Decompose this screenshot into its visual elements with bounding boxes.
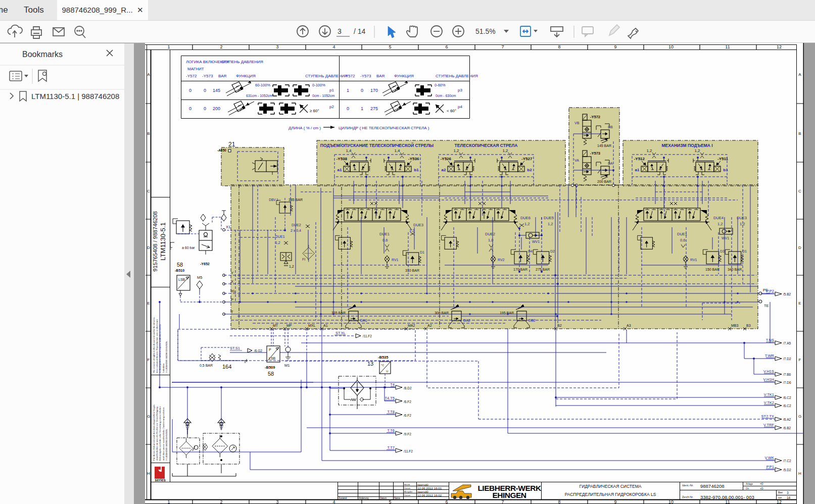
svg-text:5: 5	[389, 499, 391, 504]
svg-text:T.T7: T.T7	[387, 445, 395, 450]
svg-text:V.TK1: V.TK1	[764, 392, 774, 397]
svg-text:1,2: 1,2	[453, 148, 459, 153]
svg-text:ST.XL: ST.XL	[335, 331, 346, 335]
svg-text:-Y573: -Y573	[202, 74, 213, 78]
svg-text:4: 4	[332, 44, 335, 49]
svg-text:V.TRF: V.TRF	[763, 423, 774, 427]
svg-text:VB: VB	[574, 121, 580, 125]
svg-text:Ort: Ort	[746, 487, 749, 490]
svg-text:7: 7	[501, 44, 504, 49]
svg-text:DB: DB	[608, 125, 613, 129]
svg-text:0: 0	[204, 106, 206, 111]
svg-text:170 BAR: 170 BAR	[513, 268, 528, 271]
svg-text:Iweryd0: Iweryd0	[417, 483, 428, 486]
svg-text:3: 3	[338, 27, 342, 35]
svg-text:BAR: BAR	[376, 74, 385, 78]
svg-text:8: 8	[558, 499, 560, 504]
svg-text:1,2: 1,2	[524, 222, 530, 226]
svg-text:1,2: 1,2	[275, 241, 280, 244]
svg-text:Bookmarks: Bookmarks	[22, 50, 63, 59]
svg-text:/7.A5: /7.A5	[783, 341, 791, 345]
svg-text:DUE5: DUE5	[544, 216, 554, 220]
svg-text:b1: b1	[723, 168, 728, 172]
svg-text:Y: Y	[231, 271, 233, 275]
svg-text:© LIEBHERR-WERK EHINGEN: © LIEBHERR-WERK EHINGEN	[165, 341, 168, 373]
svg-text:/6.G2: /6.G2	[254, 349, 262, 352]
svg-text:ФУНКЦИЯ: ФУНКЦИЯ	[236, 74, 256, 78]
svg-text:0,6: 0,6	[680, 238, 685, 242]
svg-text:E: E	[798, 301, 801, 306]
svg-text:12: 12	[777, 499, 782, 504]
svg-text:-Y511: -Y511	[717, 157, 728, 161]
svg-text:14: 14	[787, 496, 791, 499]
svg-text:T.NS: T.NS	[766, 338, 774, 342]
svg-text:Datum: Datum	[380, 497, 387, 499]
svg-text:a 60 bar: a 60 bar	[182, 246, 195, 249]
svg-text:СТУПЕНЬ ДАВЛЕНИЯ: СТУПЕНЬ ДАВЛЕНИЯ	[221, 60, 263, 64]
svg-text:58: 58	[177, 262, 183, 268]
svg-text:Änderung: Änderung	[359, 496, 369, 499]
svg-text:0: 0	[347, 106, 349, 111]
svg-text:b1: b1	[414, 168, 419, 172]
svg-text:G: G	[798, 414, 801, 419]
svg-text:-Y572: -Y572	[186, 74, 197, 78]
svg-text:13: 13	[367, 361, 373, 367]
svg-text:/7.B6: /7.B6	[783, 373, 791, 376]
svg-text:C: C	[798, 189, 801, 193]
svg-text:11: 11	[725, 44, 730, 49]
svg-text:12.06.2012 16:02: 12.06.2012 16:02	[417, 493, 442, 497]
svg-text:/6.C2: /6.C2	[783, 404, 791, 408]
svg-text:DUE1: DUE1	[379, 232, 390, 236]
svg-text:MA2: MA2	[408, 324, 415, 327]
svg-text:Bearb.: Bearb.	[404, 483, 410, 486]
svg-text:E: E	[147, 301, 150, 306]
svg-text:164: 164	[222, 364, 231, 370]
svg-text:+D: +D	[760, 487, 763, 490]
svg-text:D: D	[798, 245, 801, 250]
svg-text:8: 8	[558, 44, 560, 49]
svg-text:V.H1H: V.H1H	[763, 377, 774, 382]
svg-text:p1: p1	[329, 88, 334, 92]
svg-text:7: 7	[501, 499, 504, 504]
svg-text:MP: MP	[286, 324, 292, 327]
svg-text:V.WK: V.WK	[765, 456, 774, 460]
svg-text:4: 4	[332, 499, 335, 504]
svg-text:/6.F2: /6.F2	[404, 414, 411, 417]
svg-text:145 BAR: 145 BAR	[597, 144, 611, 147]
svg-text:G: G	[147, 414, 150, 419]
svg-text:ТЕЛЕСКОПИЧЕСКАЯ СТРЕЛА: ТЕЛЕСКОПИЧЕСКАЯ СТРЕЛА	[455, 143, 518, 148]
svg-text:DUE2: DUE2	[292, 223, 301, 227]
svg-text:P.P1: P.P1	[766, 465, 774, 469]
svg-text:-Y652: -Y652	[200, 262, 210, 266]
svg-text:Anlage: Anlage	[746, 483, 753, 485]
svg-text:ФУНКЦИЯ: ФУНКЦИЯ	[394, 74, 414, 78]
svg-text:ГИДРАВЛИЧЕСКАЯ СИСТЕМА: ГИДРАВЛИЧЕСКАЯ СИСТЕМА	[580, 484, 642, 489]
svg-text:RV2: RV2	[498, 258, 505, 262]
svg-text:СТУПЕНЬ ДАВЛЕНИЯ: СТУПЕНЬ ДАВЛЕНИЯ	[436, 74, 478, 78]
svg-text:200 BAR: 200 BAR	[597, 180, 611, 183]
svg-text:1: 1	[167, 499, 170, 504]
svg-text:150 BAR: 150 BAR	[705, 268, 720, 271]
svg-text:/8.D2: /8.D2	[404, 386, 412, 390]
svg-text:21: 21	[228, 141, 235, 148]
svg-text:A: A	[147, 72, 150, 77]
svg-text:РАСПРЕДЕЛИТЕЛЬНАЯ ГИДРОКОРОБКА: РАСПРЕДЕЛИТЕЛЬНАЯ ГИДРОКОРОБКА LS	[565, 492, 656, 497]
svg-text:12: 12	[777, 44, 782, 49]
svg-text:-A650: -A650	[217, 148, 226, 152]
svg-text:V.TK2: V.TK2	[764, 400, 774, 405]
svg-text:МАГНИТ: МАГНИТ	[187, 67, 204, 71]
svg-text:M1: M1	[284, 363, 290, 368]
svg-text:-Y572: -Y572	[590, 115, 600, 119]
svg-text:DUE6: DUE6	[520, 216, 531, 220]
svg-text:T: T	[231, 310, 233, 314]
svg-text:200: 200	[213, 106, 220, 111]
svg-text:0-100%: 0-100%	[312, 83, 325, 87]
svg-text:-Y526: -Y526	[441, 157, 452, 161]
svg-text:forbidden.: forbidden.	[162, 363, 165, 373]
svg-text:DUE1: DUE1	[677, 232, 687, 236]
svg-text:1,4: 1,4	[394, 148, 400, 153]
svg-text:FI: FI	[302, 258, 305, 261]
svg-text:275: 275	[370, 106, 378, 111]
svg-text:11: 11	[725, 499, 730, 504]
svg-text:/6.C2: /6.C2	[783, 396, 791, 399]
